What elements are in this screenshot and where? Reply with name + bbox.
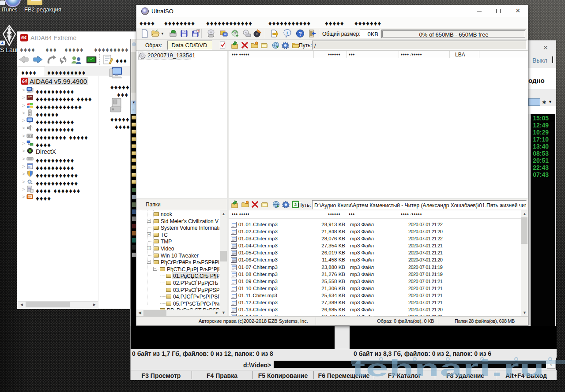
svg-text:i: i xyxy=(286,30,288,35)
svg-text:?: ? xyxy=(299,31,302,37)
svg-text:2: 2 xyxy=(294,202,297,207)
